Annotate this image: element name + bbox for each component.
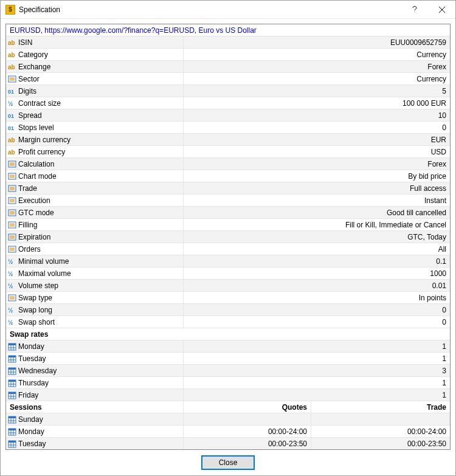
session-quotes: 00:00-23:50 bbox=[184, 438, 311, 449]
property-label: Contract size bbox=[18, 97, 184, 109]
property-label: Trade bbox=[18, 182, 184, 194]
half-icon: ½ bbox=[6, 255, 18, 267]
property-value: 1000 bbox=[184, 267, 450, 279]
sessions-section: SessionsQuotesTrade bbox=[6, 401, 450, 413]
property-label: GTC mode bbox=[18, 207, 184, 218]
svg-rect-70 bbox=[9, 380, 16, 382]
svg-text:½: ½ bbox=[8, 258, 13, 265]
section-title: Swap rates bbox=[6, 328, 450, 340]
svg-text:½: ½ bbox=[8, 307, 13, 314]
property-row: abCategoryCurrency bbox=[6, 49, 450, 61]
property-row: 01Stops level0 bbox=[6, 122, 450, 134]
quotes-column-header: Quotes bbox=[184, 401, 311, 413]
property-label: Sector bbox=[18, 73, 184, 85]
property-row: ExecutionInstant bbox=[6, 195, 450, 207]
help-button[interactable] bbox=[401, 1, 428, 19]
swap-value: 1 bbox=[184, 389, 450, 401]
ab-icon: ab bbox=[6, 36, 18, 48]
list-icon bbox=[6, 231, 18, 243]
property-value: Full access bbox=[184, 182, 450, 194]
ab-icon: ab bbox=[6, 49, 18, 60]
property-label: Expiration bbox=[18, 231, 184, 243]
svg-text:½: ½ bbox=[8, 283, 13, 289]
svg-rect-80 bbox=[9, 416, 16, 418]
swap-rate-row: Wednesday3 bbox=[6, 365, 450, 377]
swap-rate-row: Tuesday1 bbox=[6, 353, 450, 365]
property-row: 01Digits5 bbox=[6, 85, 450, 97]
property-label: Stops level bbox=[18, 122, 184, 133]
property-label: Spread bbox=[18, 109, 184, 121]
property-label: Digits bbox=[18, 85, 184, 97]
calendar-icon bbox=[6, 365, 18, 376]
property-row: GTC modeGood till cancelled bbox=[6, 207, 450, 219]
property-grid[interactable]: EURUSD, https://www.google.com/?finance?… bbox=[6, 24, 450, 449]
property-row: ½Swap long0 bbox=[6, 304, 450, 316]
half-icon: ½ bbox=[6, 304, 18, 316]
svg-text:01: 01 bbox=[8, 89, 14, 95]
property-row: ½Volume step0.01 bbox=[6, 280, 450, 292]
session-quotes: 00:00-24:00 bbox=[184, 426, 311, 437]
calendar-icon bbox=[6, 340, 18, 352]
calendar-icon bbox=[6, 413, 18, 425]
property-label: Calculation bbox=[18, 158, 184, 170]
swap-rates-section: Swap rates bbox=[6, 328, 450, 340]
property-label: Exchange bbox=[18, 61, 184, 72]
property-value: Currency bbox=[184, 49, 450, 60]
property-label: Execution bbox=[18, 195, 184, 206]
half-icon: ½ bbox=[6, 280, 18, 291]
property-value: In points bbox=[184, 292, 450, 303]
property-label: Profit currency bbox=[18, 146, 184, 157]
svg-text:½: ½ bbox=[8, 271, 13, 277]
property-value: 100 000 EUR bbox=[184, 97, 450, 109]
property-value: Forex bbox=[184, 158, 450, 170]
svg-rect-75 bbox=[9, 392, 16, 394]
swap-value: 1 bbox=[184, 377, 450, 388]
property-row: Chart modeBy bid price bbox=[6, 170, 450, 182]
specification-dialog: $ Specification EURUSD, https://www.goog… bbox=[0, 0, 456, 476]
swap-value: 3 bbox=[184, 365, 450, 376]
list-icon bbox=[6, 207, 18, 218]
property-value: Instant bbox=[184, 195, 450, 206]
trade-column-header: Trade bbox=[311, 401, 450, 413]
app-icon: $ bbox=[5, 5, 15, 15]
swap-rate-row: Monday1 bbox=[6, 340, 450, 353]
property-row: abExchangeForex bbox=[6, 61, 450, 73]
01-icon: 01 bbox=[6, 109, 18, 121]
swap-rate-row: Thursday1 bbox=[6, 377, 450, 389]
dialog-footer: Close bbox=[5, 450, 451, 475]
half-icon: ½ bbox=[6, 267, 18, 279]
property-value: Currency bbox=[184, 73, 450, 85]
svg-text:01: 01 bbox=[8, 125, 14, 131]
property-value: Fill or Kill, Immediate or Cancel bbox=[184, 219, 450, 230]
property-value: 0 bbox=[184, 304, 450, 316]
window-title: Specification bbox=[19, 5, 401, 14]
session-day: Sunday bbox=[18, 413, 184, 425]
list-icon bbox=[6, 182, 18, 194]
session-row: Tuesday00:00-23:5000:00-23:50 bbox=[6, 438, 450, 449]
swap-value: 1 bbox=[184, 353, 450, 364]
property-row: abProfit currencyUSD bbox=[6, 146, 450, 158]
symbol-header: EURUSD, https://www.google.com/?finance?… bbox=[6, 24, 450, 36]
svg-rect-65 bbox=[9, 368, 16, 370]
list-icon bbox=[6, 158, 18, 170]
property-value: All bbox=[184, 243, 450, 255]
window-close-button[interactable] bbox=[428, 1, 455, 19]
property-row: abISINEUU0009652759 bbox=[6, 36, 450, 49]
svg-rect-55 bbox=[9, 343, 16, 345]
property-row: FillingFill or Kill, Immediate or Cancel bbox=[6, 219, 450, 231]
property-label: Swap short bbox=[18, 316, 184, 328]
session-row: Sunday bbox=[6, 413, 450, 426]
svg-text:ab: ab bbox=[8, 149, 15, 156]
grid-container: EURUSD, https://www.google.com/?finance?… bbox=[5, 24, 451, 450]
svg-text:ab: ab bbox=[8, 64, 15, 71]
list-icon bbox=[6, 243, 18, 255]
svg-rect-60 bbox=[9, 356, 16, 357]
calendar-icon bbox=[6, 438, 18, 449]
close-button[interactable]: Close bbox=[202, 456, 254, 469]
swap-value: 1 bbox=[184, 340, 450, 352]
calendar-icon bbox=[6, 353, 18, 364]
ab-icon: ab bbox=[6, 61, 18, 72]
calendar-icon bbox=[6, 377, 18, 388]
property-value: 0 bbox=[184, 316, 450, 328]
property-value: By bid price bbox=[184, 170, 450, 182]
